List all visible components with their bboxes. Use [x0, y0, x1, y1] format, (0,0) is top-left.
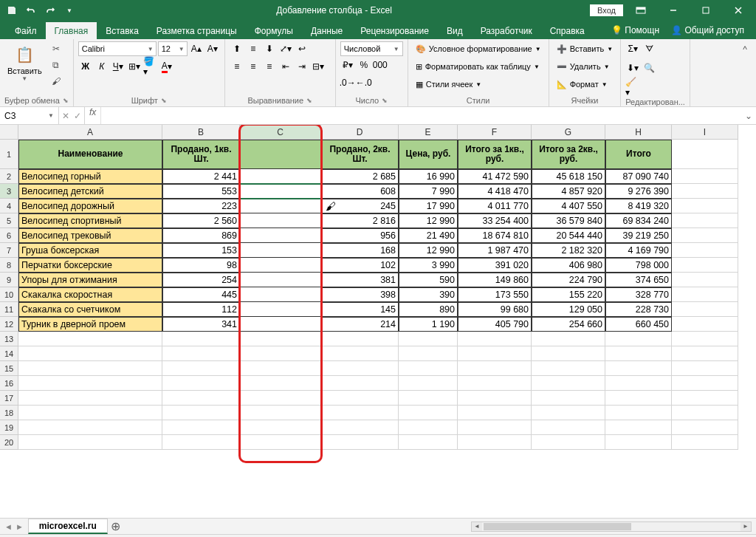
autosum-button[interactable]: Σ▾	[625, 41, 640, 56]
fx-icon[interactable]: fx	[85, 107, 101, 124]
cell-D13[interactable]	[321, 332, 399, 346]
cell-F19[interactable]	[458, 420, 532, 435]
cell-H8[interactable]: 798 000	[605, 258, 672, 273]
cell-A20[interactable]	[18, 435, 162, 450]
cell-B16[interactable]	[162, 376, 240, 391]
cell-I4[interactable]	[672, 199, 738, 213]
cell-F13[interactable]	[458, 332, 532, 346]
cell-G20[interactable]	[532, 435, 605, 450]
paste-button[interactable]: 📋 Вставить ▼	[4, 41, 45, 83]
wrap-text-button[interactable]: ↩	[295, 41, 309, 56]
copy-button[interactable]: ⧉	[48, 58, 64, 72]
cell-I5[interactable]	[672, 213, 738, 228]
signin-button[interactable]: Вход	[590, 4, 623, 16]
cell-B19[interactable]	[162, 420, 240, 435]
cell-F20[interactable]	[458, 435, 532, 450]
cell-A19[interactable]	[18, 420, 162, 435]
cell-E10[interactable]: 390	[399, 287, 458, 302]
cell-G18[interactable]	[532, 406, 605, 420]
cell-H3[interactable]: 9 276 390	[605, 184, 672, 199]
insert-cells-button[interactable]: ➕Вставить▼	[554, 41, 616, 56]
cell-B15[interactable]	[162, 361, 240, 376]
cell-G9[interactable]: 224 790	[532, 273, 605, 287]
cell-D3[interactable]: 608	[321, 184, 399, 199]
align-center-button[interactable]: ≡	[246, 59, 261, 74]
cell-E11[interactable]: 890	[399, 302, 458, 317]
cell-F15[interactable]	[458, 361, 532, 376]
row-header-2[interactable]: 2	[0, 169, 18, 184]
maximize-button[interactable]	[691, 0, 721, 21]
cell-F6[interactable]: 18 674 810	[458, 228, 532, 243]
cell-I19[interactable]	[672, 420, 738, 435]
chevron-down-icon[interactable]: ▼	[48, 112, 54, 119]
cell-I7[interactable]	[672, 243, 738, 258]
cell-B8[interactable]: 98	[162, 258, 240, 273]
cell-C16[interactable]	[240, 376, 321, 391]
cell-C2[interactable]	[240, 169, 321, 184]
cell-E17[interactable]	[399, 391, 458, 406]
align-middle-button[interactable]: ≡	[246, 41, 261, 56]
cell-F10[interactable]: 173 550	[458, 287, 532, 302]
cell-G6[interactable]: 20 544 440	[532, 228, 605, 243]
decrease-decimal-button[interactable]: ←.0	[357, 75, 371, 90]
cell-I18[interactable]	[672, 406, 738, 420]
row-header-14[interactable]: 14	[0, 346, 18, 361]
percent-format-button[interactable]: %	[357, 58, 371, 72]
scroll-right-button[interactable]: ►	[740, 522, 751, 531]
cell-A14[interactable]	[18, 346, 162, 361]
cell-G5[interactable]: 36 579 840	[532, 213, 605, 228]
cell-G19[interactable]	[532, 420, 605, 435]
cell-H16[interactable]	[605, 376, 672, 391]
row-header-12[interactable]: 12	[0, 317, 18, 332]
cell-H7[interactable]: 4 169 790	[605, 243, 672, 258]
cell-H11[interactable]: 228 730	[605, 302, 672, 317]
cell-A3[interactable]: Велосипед детский	[18, 184, 162, 199]
cell-A18[interactable]	[18, 406, 162, 420]
cell-I17[interactable]	[672, 391, 738, 406]
tell-me[interactable]: 💡 Помощн	[605, 21, 665, 39]
cell-D12[interactable]: 214	[321, 317, 399, 332]
cell-A9[interactable]: Упоры для отжимания	[18, 273, 162, 287]
cell-C1[interactable]	[240, 140, 321, 169]
row-header-16[interactable]: 16	[0, 376, 18, 391]
cell-I15[interactable]	[672, 361, 738, 376]
cell-B3[interactable]: 553	[162, 184, 240, 199]
col-header-F[interactable]: F	[458, 125, 532, 140]
cell-B5[interactable]: 2 560	[162, 213, 240, 228]
horizontal-scrollbar[interactable]: ◄ ►	[471, 521, 752, 532]
find-button[interactable]: 🔍	[642, 61, 656, 75]
scroll-left-button[interactable]: ◄	[472, 522, 482, 531]
format-cells-button[interactable]: 📐Формат▼	[554, 77, 611, 92]
row-header-20[interactable]: 20	[0, 435, 18, 450]
cell-D5[interactable]: 2 816	[321, 213, 399, 228]
row-header-11[interactable]: 11	[0, 302, 18, 317]
cell-D16[interactable]	[321, 376, 399, 391]
cell-D2[interactable]: 2 685	[321, 169, 399, 184]
cell-A1[interactable]: Наименование	[18, 140, 162, 169]
cell-B1[interactable]: Продано, 1кв. Шт.	[162, 140, 240, 169]
number-format-combo[interactable]: ▼	[340, 41, 403, 56]
formula-input[interactable]	[101, 107, 741, 124]
cell-E1[interactable]: Цена, руб.	[399, 140, 458, 169]
cell-E15[interactable]	[399, 361, 458, 376]
number-launcher[interactable]: ⬊	[382, 97, 388, 104]
cell-H12[interactable]: 660 450	[605, 317, 672, 332]
row-header-18[interactable]: 18	[0, 406, 18, 420]
cell-C11[interactable]	[240, 302, 321, 317]
cell-D9[interactable]: 381	[321, 273, 399, 287]
row-header-8[interactable]: 8	[0, 258, 18, 273]
cell-E7[interactable]: 12 990	[399, 243, 458, 258]
col-header-H[interactable]: H	[605, 125, 672, 140]
col-header-D[interactable]: D	[321, 125, 399, 140]
cell-C6[interactable]	[240, 228, 321, 243]
cell-C20[interactable]	[240, 435, 321, 450]
col-header-E[interactable]: E	[399, 125, 458, 140]
cell-E12[interactable]: 1 190	[399, 317, 458, 332]
comma-format-button[interactable]: 000	[373, 58, 388, 72]
cell-B6[interactable]: 869	[162, 228, 240, 243]
save-button[interactable]	[3, 1, 21, 19]
sort-filter-button[interactable]: ᗊ	[642, 41, 656, 56]
cell-C13[interactable]	[240, 332, 321, 346]
cell-F12[interactable]: 405 790	[458, 317, 532, 332]
cell-G12[interactable]: 254 660	[532, 317, 605, 332]
